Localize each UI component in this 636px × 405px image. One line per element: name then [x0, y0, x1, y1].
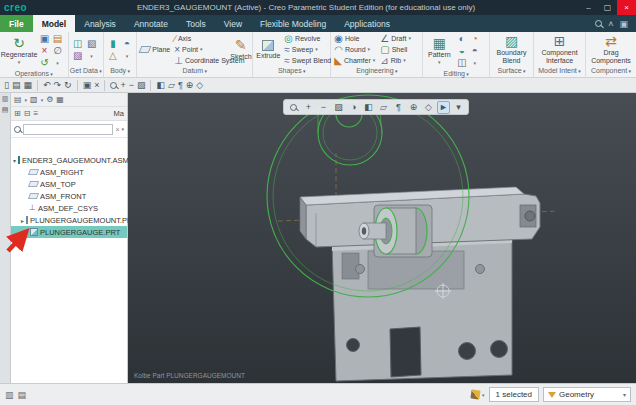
vp-display-style-icon[interactable]: ◧ — [362, 101, 375, 114]
model-tree-tab-icon[interactable]: ▤ — [14, 95, 22, 104]
point-button[interactable]: × Point ▾ — [173, 45, 227, 55]
draft-button[interactable]: ∠ Draft ▾ — [379, 34, 419, 44]
minimize-button[interactable]: – — [579, 0, 598, 15]
shell-button[interactable]: ▢ Shell — [379, 45, 419, 55]
group-label-get-data[interactable]: Get Data — [69, 67, 103, 77]
group-label-engineering[interactable]: Engineering — [331, 67, 422, 77]
vp-annotation-display-icon[interactable]: ¶ — [392, 101, 405, 114]
group-label-component[interactable]: Component — [586, 67, 636, 77]
boolean-operations-icon[interactable]: ◓ — [124, 39, 130, 49]
extrude-button[interactable]: Extrude — [255, 33, 281, 66]
shrinkwrap-icon[interactable]: ▨ — [73, 51, 82, 61]
collapse-all-icon[interactable]: ⊟ — [24, 109, 31, 118]
boundary-blend-button[interactable]: ▨ Boundary Blend — [492, 33, 531, 66]
chamfer-button[interactable]: ◣ Chamfer ▾ — [333, 56, 377, 66]
tab-view[interactable]: View — [215, 15, 251, 32]
suppress-icon[interactable]: ∅ — [53, 46, 62, 56]
tree-item-asm-top[interactable]: ASM_TOP — [11, 178, 127, 190]
vp-shading-style-icon[interactable]: ◑ — [347, 101, 360, 114]
group-label-shapes[interactable]: Shapes — [253, 67, 330, 77]
tree-list-icon[interactable]: ≡ — [33, 109, 38, 118]
navigator-toggle-icon[interactable]: ▥ — [5, 390, 14, 400]
close-button[interactable]: × — [617, 0, 636, 15]
regenerate-button[interactable]: ↻ Regenerate ▾ — [2, 33, 36, 69]
tree-item-plungergauge[interactable]: ▸ PLUNGERGAUGE.PRT — [11, 226, 127, 238]
get-data-more-icon[interactable]: ▾ — [90, 53, 93, 59]
copy-geometry-icon[interactable]: ▧ — [87, 39, 96, 49]
tab-file[interactable]: File — [0, 15, 33, 32]
graphics-area[interactable]: + − ▨ ◑ ◧ ▱ ¶ ⊕ ◇ ► ▾ Kolbe Part PLUNGER… — [128, 93, 636, 383]
window-switch-icon[interactable]: ▣ — [619, 19, 628, 29]
vp-perspective-icon[interactable]: ◇ — [422, 101, 435, 114]
redo-icon[interactable]: ↷ — [54, 80, 62, 90]
group-label-operations[interactable]: Operations — [0, 70, 68, 77]
round-button[interactable]: ◠ Round ▾ — [333, 45, 377, 55]
vp-repaint-icon[interactable]: ▨ — [332, 101, 345, 114]
tree-search-clear-icon[interactable]: × — [115, 126, 119, 133]
tree-item-asm-right[interactable]: ASM_RIGHT — [11, 166, 127, 178]
model-tree-strip-icon[interactable]: ▥ — [2, 95, 9, 103]
tab-analysis[interactable]: Analysis — [75, 15, 125, 32]
drag-components-button[interactable]: ⇄ Drag Components — [588, 33, 634, 66]
windows-icon[interactable]: ▣ — [83, 80, 92, 90]
vp-zoom-in-icon[interactable]: + — [302, 101, 315, 114]
vp-more-icon[interactable]: ▾ — [452, 101, 465, 114]
zoom-in-icon[interactable]: + — [120, 80, 125, 90]
tab-annotate[interactable]: Annotate — [125, 15, 177, 32]
tree-item-assembly[interactable]: ▾ ENDER3_GAUGEMOUNT.ASM — [11, 154, 127, 166]
mirror-icon[interactable]: ◐ — [459, 34, 465, 44]
resume-icon[interactable]: ↺ — [40, 58, 48, 68]
intersect-icon[interactable]: ◓ — [472, 46, 478, 56]
command-search-icon[interactable] — [595, 20, 602, 27]
component-interface-button[interactable]: ⊞ Component Interface — [536, 33, 583, 66]
tab-tools[interactable]: Tools — [177, 15, 215, 32]
pattern-button[interactable]: ▦ Pattern ▾ — [425, 33, 453, 69]
tab-flexible-modeling[interactable]: Flexible Modeling — [251, 15, 335, 32]
browser-toggle-icon[interactable]: ▤ — [18, 390, 27, 400]
tree-show-icon[interactable]: ▦ — [56, 95, 64, 104]
body-more-icon[interactable]: ▾ — [126, 53, 129, 59]
tree-item-asm-def-csys[interactable]: ⊥ ASM_DEF_CSYS — [11, 202, 127, 214]
tab-applications[interactable]: Applications — [335, 15, 399, 32]
hole-button[interactable]: ◉ Hole — [333, 34, 377, 44]
swept-blend-button[interactable]: ≈ Swept Blend — [283, 56, 329, 66]
trim-icon[interactable]: ◔ — [472, 34, 478, 44]
annotation-display-icon[interactable]: ¶ — [178, 80, 183, 90]
vp-select-mode-icon[interactable]: ► — [437, 101, 450, 114]
coordinate-system-button[interactable]: ⊥ Coordinate System — [173, 56, 227, 66]
axis-button[interactable]: ∕ Axis — [173, 34, 227, 44]
group-label-datum[interactable]: Datum — [137, 67, 252, 77]
layer-tree-icon[interactable]: ▧ — [30, 95, 38, 104]
open-icon[interactable]: ▤ — [12, 80, 21, 90]
revolve-button[interactable]: ◎ Revolve — [283, 34, 329, 44]
repaint-icon[interactable]: ▨ — [137, 80, 146, 90]
save-icon[interactable]: ▦ — [23, 80, 32, 90]
zoom-out-icon[interactable]: − — [129, 80, 134, 90]
appearance-button[interactable]: ▾ — [471, 390, 485, 399]
new-body-icon[interactable]: ▮ — [110, 39, 116, 49]
expand-all-icon[interactable]: ⊞ — [14, 109, 21, 118]
copy-icon[interactable]: ▣ — [40, 34, 49, 44]
offset-icon[interactable]: ◫ — [457, 58, 466, 68]
tree-search-input[interactable] — [23, 124, 113, 135]
vp-zoom-out-icon[interactable]: − — [317, 101, 330, 114]
sketch-button[interactable]: ✎ Sketch — [229, 33, 252, 66]
group-label-body[interactable]: Body — [104, 67, 136, 77]
folder-browser-strip-icon[interactable]: ▤ — [2, 106, 9, 114]
datum-display-filters-icon[interactable]: ▱ — [168, 80, 175, 90]
plane-button[interactable]: Plane — [139, 46, 171, 54]
sweep-button[interactable]: ≈ Sweep ▾ — [283, 45, 329, 55]
user-defined-feature-icon[interactable]: ◫ — [73, 39, 82, 49]
tree-search-dropdown-icon[interactable]: ▾ — [121, 126, 124, 132]
split-body-icon[interactable]: △ — [109, 51, 117, 61]
tree-search-icon[interactable] — [14, 126, 21, 133]
close-window-icon[interactable]: × — [94, 80, 99, 90]
delete-icon[interactable]: × — [42, 46, 48, 56]
vp-refit-icon[interactable] — [290, 104, 297, 111]
perspective-icon[interactable]: ◇ — [196, 80, 203, 90]
refit-icon[interactable] — [110, 82, 117, 89]
minimize-ribbon-icon[interactable]: ˄ — [608, 19, 613, 29]
tree-item-asm-front[interactable]: ASM_FRONT — [11, 190, 127, 202]
tab-model[interactable]: Model — [33, 15, 76, 32]
display-style-icon[interactable]: ◧ — [156, 80, 165, 90]
